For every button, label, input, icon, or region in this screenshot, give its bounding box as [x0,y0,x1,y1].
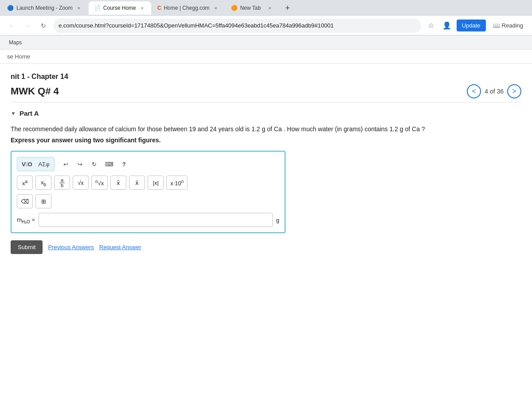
request-answer-button[interactable]: Request Answer [99,244,141,250]
vector-button[interactable]: x̂ [129,176,145,190]
backspace-button[interactable]: ⌫ [17,194,33,208]
answer-input[interactable] [39,213,273,227]
answer-input-row: mH₂O = g [17,213,279,227]
vector-icon: x̂ [135,180,139,186]
back-button[interactable]: ← [5,20,18,32]
breadcrumb: se Home [0,50,532,64]
breadcrumb-text: se Home [7,53,30,60]
superscript-icon: xa [22,179,27,187]
tab-bar: 🔵 Launch Meeting - Zoom × 📄 Course Home … [0,0,532,16]
subscript-icon: xb [41,179,46,187]
fraction-button[interactable]: ab [54,176,70,190]
tab-course-label: Course Home [103,5,136,11]
unit-title: nit 1 - Chapter 14 [11,73,521,81]
toolbar-row: V͙O ΑΣφ ↩ ↪ ↻ [17,157,279,171]
tab-chegg-icon: C [157,5,161,11]
asigma-label: ΑΣφ [39,161,50,168]
asigma-button[interactable]: ΑΣφ [36,158,52,170]
tab-chegg-close[interactable]: × [212,4,219,12]
question-text: The recommended daily allowance of calci… [11,124,521,134]
undo-icon: ↩ [63,161,68,168]
grid-icon: ⊞ [41,198,46,205]
tab-course[interactable]: 📄 Course Home × [89,1,151,15]
prev-question-button[interactable]: < [467,84,481,98]
browser-chrome: 🔵 Launch Meeting - Zoom × 📄 Course Home … [0,0,532,399]
redo-icon: ↪ [78,161,82,168]
nth-root-icon: n√x [95,179,104,187]
question-header: MWK Q# 4 < 4 of 36 > [11,84,521,102]
sqrt-button[interactable]: √x [73,176,89,190]
tab-newtab-close[interactable]: × [266,4,274,12]
nth-root-button[interactable]: n√x [91,176,108,190]
tab-zoom[interactable]: 🔵 Launch Meeting - Zoom × [2,1,88,15]
sci-notation-icon: x·10n [170,179,184,187]
input-label: mH₂O = [17,216,35,224]
main-content-area: nit 1 - Chapter 14 MWK Q# 4 < 4 of 36 > … [0,64,532,263]
tab-zoom-close[interactable]: × [75,4,82,12]
pagination: < 4 of 36 > [467,84,521,98]
fraction-icon: ab [59,178,65,188]
next-question-button[interactable]: > [507,84,521,98]
redo-button[interactable]: ↪ [74,158,86,170]
reload-button[interactable]: ↻ [37,20,50,32]
superscript-button[interactable]: xa [17,176,33,190]
submit-button[interactable]: Submit [11,240,43,254]
math-buttons-row: xa xb ab √x n√x [17,176,279,190]
vo-button[interactable]: V͙O [19,158,35,170]
reading-icon: 📖 [493,22,500,29]
page-content: se Home nit 1 - Chapter 14 MWK Q# 4 < 4 … [0,50,532,399]
url-text: e.com/course.html?courseId=17174805&Open… [59,22,334,29]
bookmarks-bar: Maps [0,35,532,50]
part-a-header[interactable]: ▼ Part A [11,110,521,117]
answer-box: V͙O ΑΣφ ↩ ↪ ↻ [11,151,286,233]
extra-buttons-row: ⌫ ⊞ [17,194,279,208]
refresh-button[interactable]: ↻ [88,158,101,170]
mean-icon: x̄ [117,180,120,186]
undo-button[interactable]: ↩ [60,158,72,170]
address-bar: ← → ↻ e.com/course.html?courseId=1717480… [0,16,532,35]
subscript-button[interactable]: xb [35,176,51,190]
tab-course-icon: 📄 [94,5,101,11]
new-tab-button[interactable]: + [282,2,294,14]
keyboard-button[interactable]: ⌨ [102,158,116,170]
mean-button[interactable]: x̄ [110,176,126,190]
vo-icon: V͙O [22,161,32,168]
help-icon: ? [122,161,126,168]
unit-label: g [276,217,279,223]
tab-chegg[interactable]: C Home | Chegg.com × [152,1,225,15]
help-button[interactable]: ? [118,158,130,170]
bookmark-maps[interactable]: Maps [5,38,25,47]
reading-label: Reading [502,22,523,29]
page-count: 4 of 36 [485,88,504,95]
bookmark-star-icon[interactable]: ☆ [425,20,437,32]
url-bar[interactable]: e.com/course.html?courseId=17174805&Open… [53,19,421,33]
collapse-icon: ▼ [11,110,16,117]
tab-newtab[interactable]: 🟠 New Tab × [226,1,279,15]
toolbar-group-main: V͙O ΑΣφ [17,157,55,171]
abs-icon: |x| [153,180,159,186]
grid-button[interactable]: ⊞ [35,194,51,208]
tab-newtab-icon: 🟠 [231,5,238,11]
keyboard-icon: ⌨ [105,161,113,168]
action-buttons: Submit Previous Answers Request Answer [11,240,521,254]
reading-view-button[interactable]: 📖 Reading [489,20,527,31]
refresh-icon: ↻ [92,161,97,168]
toolbar-action-group: ↩ ↪ ↻ ⌨ ? [60,158,130,170]
sci-notation-button[interactable]: x·10n [166,176,188,190]
backspace-icon: ⌫ [21,198,29,205]
forward-button[interactable]: → [21,20,34,32]
abs-button[interactable]: |x| [148,176,164,190]
update-button[interactable]: Update [457,20,486,31]
question-title: MWK Q# 4 [11,86,59,97]
sqrt-icon: √x [78,180,84,186]
tab-zoom-label: Launch Meeting - Zoom [16,5,73,11]
previous-answers-button[interactable]: Previous Answers [48,244,94,250]
tab-zoom-icon: 🔵 [7,5,14,11]
tab-course-close[interactable]: × [139,4,146,12]
part-a-label: Part A [20,110,39,117]
tab-newtab-label: New Tab [240,5,261,11]
profile-icon[interactable]: 👤 [441,20,453,32]
tab-chegg-label: Home | Chegg.com [164,5,209,11]
instruction-text: Express your answer using two significan… [11,137,521,144]
